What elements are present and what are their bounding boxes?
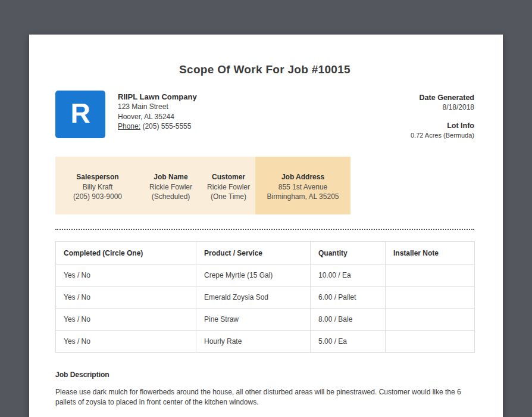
cell-quantity: 8.00 / Bale <box>311 309 386 331</box>
lot-info-label: Lot Info <box>411 121 474 130</box>
meta-spacer <box>411 112 474 121</box>
page-title: Scope Of Work For Job #10015 <box>55 63 474 76</box>
job-name-column: Job Name Rickie Fowler (Scheduled) <box>140 157 202 214</box>
job-info-band: Salesperson Billy Kraft (205) 903-9000 J… <box>55 157 351 214</box>
job-address-column: Job Address 855 1st Avenue Birmingham, A… <box>255 157 351 214</box>
job-description-title: Job Description <box>55 371 474 379</box>
logo-letter-icon: R <box>70 99 90 127</box>
salesperson-label: Salesperson <box>55 172 140 182</box>
company-phone: Phone: (205) 555-5555 <box>118 122 197 132</box>
cell-product: Hourly Rate <box>196 331 311 353</box>
cell-product: Crepe Myrtle (15 Gal) <box>196 264 311 287</box>
cell-installer-note <box>386 287 475 309</box>
company-logo: R <box>55 91 105 138</box>
salesperson-phone: (205) 903-9000 <box>55 192 140 202</box>
company-name: RIIPL Lawn Company <box>118 92 197 102</box>
cell-quantity: 5.00 / Ea <box>311 331 386 353</box>
phone-label: Phone: <box>118 122 140 130</box>
cell-installer-note <box>386 331 475 353</box>
company-address-line2: Hoover, AL 35244 <box>118 112 197 122</box>
company-address-line1: 123 Main Street <box>118 102 197 112</box>
phone-value: (205) 555-5555 <box>140 122 191 130</box>
job-description-paragraph: Please use dark mulch for flowerbeds aro… <box>55 387 474 407</box>
cell-completed: Yes / No <box>56 287 196 309</box>
cell-quantity: 6.00 / Pallet <box>311 287 386 309</box>
cell-completed: Yes / No <box>56 331 196 353</box>
job-address-line2: Birmingham, AL 35205 <box>255 192 351 202</box>
viewer-backdrop: Scope Of Work For Job #10015 R RIIPL Law… <box>0 0 532 417</box>
document-page: Scope Of Work For Job #10015 R RIIPL Law… <box>29 35 503 417</box>
customer-type: (One Time) <box>202 192 255 202</box>
job-name-status: (Scheduled) <box>140 192 202 202</box>
header-installer-note: Installer Note <box>386 242 475 264</box>
company-block: R RIIPL Lawn Company 123 Main Street Hoo… <box>55 91 197 138</box>
cell-product: Pine Straw <box>196 309 311 331</box>
customer-label: Customer <box>202 172 255 182</box>
customer-name: Rickie Fowler <box>202 182 255 192</box>
table-header-row: Completed (Circle One) Product / Service… <box>56 242 475 264</box>
job-name-value: Rickie Fowler <box>140 182 202 192</box>
cell-product: Emerald Zoysia Sod <box>196 287 311 309</box>
lot-info-value: 0.72 Acres (Bermuda) <box>411 130 474 140</box>
cell-completed: Yes / No <box>56 309 196 331</box>
document-header: R RIIPL Lawn Company 123 Main Street Hoo… <box>55 91 474 140</box>
header-product-service: Product / Service <box>196 242 311 264</box>
table-row: Yes / No Pine Straw 8.00 / Bale <box>56 309 475 331</box>
date-generated-label: Date Generated <box>411 93 474 102</box>
cell-installer-note <box>386 309 475 331</box>
date-generated-value: 8/18/2018 <box>411 102 474 112</box>
salesperson-column: Salesperson Billy Kraft (205) 903-9000 <box>55 157 140 214</box>
cell-installer-note <box>386 264 475 287</box>
cell-completed: Yes / No <box>56 264 196 287</box>
table-row: Yes / No Emerald Zoysia Sod 6.00 / Palle… <box>56 287 475 309</box>
salesperson-name: Billy Kraft <box>55 182 140 192</box>
cell-quantity: 10.00 / Ea <box>311 264 386 287</box>
company-info: RIIPL Lawn Company 123 Main Street Hoove… <box>118 91 197 132</box>
table-row: Yes / No Crepe Myrtle (15 Gal) 10.00 / E… <box>56 264 475 287</box>
header-quantity: Quantity <box>311 242 386 264</box>
table-row: Yes / No Hourly Rate 5.00 / Ea <box>56 331 475 353</box>
dotted-divider <box>55 229 474 230</box>
job-address-label: Job Address <box>255 172 351 182</box>
job-address-line1: 855 1st Avenue <box>255 182 351 192</box>
meta-block: Date Generated 8/18/2018 Lot Info 0.72 A… <box>411 91 474 140</box>
customer-column: Customer Rickie Fowler (One Time) <box>202 157 255 214</box>
job-name-label: Job Name <box>140 172 202 182</box>
header-completed: Completed (Circle One) <box>56 242 196 264</box>
scope-of-work-table: Completed (Circle One) Product / Service… <box>55 241 475 353</box>
